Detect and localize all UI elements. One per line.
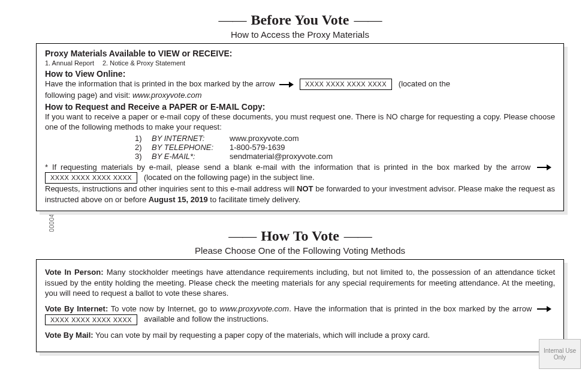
proxy-materials-box: Proxy Materials Available to VIEW or REC…: [36, 43, 564, 211]
vote-by-mail: Vote By Mail: You can vote by mail by re…: [45, 330, 555, 341]
view-online-text: Have the information that is printed in …: [45, 79, 555, 90]
proxyvote-url: www.proxyvote.com: [220, 304, 290, 313]
arrow-icon: [279, 82, 295, 88]
method-email: 3) BY E-MAIL*: sendmaterial@proxyvote.co…: [135, 152, 555, 161]
proxyvote-url: www.proxyvote.com: [132, 91, 202, 100]
request-copy-heading: How to Request and Receive a PAPER or E-…: [45, 102, 555, 112]
method-internet: 1) BY INTERNET: www.proxyvote.com: [135, 134, 555, 143]
request-methods: 1) BY INTERNET: www.proxyvote.com 2) BY …: [135, 134, 555, 161]
control-number-placeholder: XXXX XXXX XXXX XXXX: [45, 172, 137, 184]
email-footnote: * If requesting materials by e-mail, ple…: [45, 162, 555, 184]
before-you-vote-title: ——Before You Vote——: [36, 12, 564, 28]
internal-use-label: Internal Use Only: [539, 339, 581, 369]
arrow-icon: [537, 306, 553, 312]
available-heading: Proxy Materials Available to VIEW or REC…: [45, 49, 555, 58]
before-you-vote-subtitle: How to Access the Proxy Materials: [36, 29, 564, 40]
arrow-icon: [537, 164, 553, 170]
how-to-vote-subtitle: Please Choose One of the Following Votin…: [36, 245, 564, 256]
view-online-heading: How to View Online:: [45, 69, 555, 79]
how-to-vote-title: ——How To Vote——: [36, 228, 564, 244]
voting-methods-box: Vote In Person: Many stockholder meeting…: [36, 259, 564, 352]
control-number-placeholder: XXXX XXXX XXXX XXXX: [45, 314, 137, 326]
vote-by-internet: Vote By Internet: To vote now by Interne…: [45, 304, 555, 326]
control-number-placeholder: XXXX XXXX XXXX XXXX: [300, 79, 392, 90]
request-copy-body: If you want to receive a paper or e-mail…: [45, 112, 555, 133]
method-telephone: 2) BY TELEPHONE: 1-800-579-1639: [135, 143, 555, 152]
materials-list: 1. Annual Report 2. Notice & Proxy State…: [45, 59, 555, 67]
forwarding-notice: Requests, instructions and other inquiri…: [45, 184, 555, 205]
vote-in-person: Vote In Person: Many stockholder meeting…: [45, 267, 555, 299]
